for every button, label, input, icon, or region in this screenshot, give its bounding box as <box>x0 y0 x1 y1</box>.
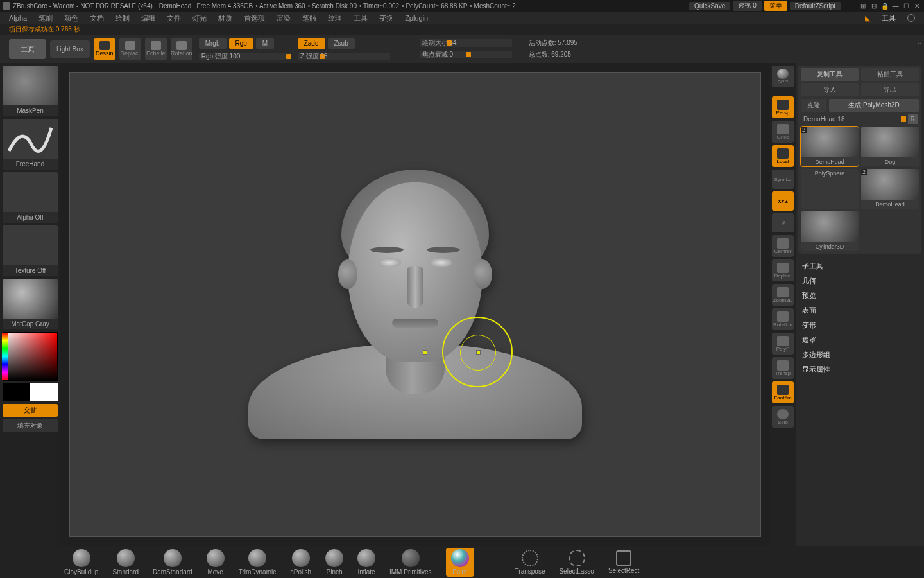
local-button[interactable]: Local <box>772 145 794 167</box>
material-selector[interactable]: MatCap Gray <box>3 279 58 329</box>
lock-icon[interactable]: 🔒 <box>880 3 889 10</box>
section-mask[interactable]: 遮罩 <box>802 335 918 345</box>
texture-selector[interactable]: Texture Off <box>3 225 58 276</box>
menu-document[interactable]: 文档 <box>90 13 104 23</box>
brush-claybuildup[interactable]: ClayBuildup <box>64 549 98 575</box>
tool-tile-cylinder[interactable]: Cylinder3D <box>801 211 859 251</box>
tool-tile-demohead2[interactable]: 2DemoHead <box>861 169 919 209</box>
draw-size-slider[interactable]: 绘制大小 64 <box>420 39 512 47</box>
export-button[interactable]: 导出 <box>861 83 919 96</box>
transp-button[interactable]: Transp <box>772 357 794 379</box>
draw-mode-button[interactable]: Dessin <box>94 38 116 60</box>
pan-button[interactable]: Deplac. <box>772 259 794 281</box>
brush-trimdynamic[interactable]: TrimDynamic <box>239 549 277 575</box>
fill-object-button[interactable]: 填充对象 <box>3 419 58 432</box>
section-surface[interactable]: 表面 <box>802 306 918 315</box>
axis-indicator[interactable]: ↺ <box>772 213 794 232</box>
menu-prefs[interactable]: 首选项 <box>244 13 265 23</box>
menu-render[interactable]: 渲染 <box>277 13 291 23</box>
menu-transform[interactable]: 变换 <box>379 13 393 23</box>
layout-btn-2[interactable]: ⊟ <box>869 3 878 10</box>
m-toggle[interactable]: M <box>256 38 274 49</box>
menu-color[interactable]: 颜色 <box>64 13 78 23</box>
layout-btn-1[interactable]: ⊞ <box>859 3 868 10</box>
bpr-button[interactable]: BPR <box>772 66 794 87</box>
menu-alpha[interactable]: Alpha <box>9 14 27 22</box>
stroke-selector[interactable]: FreeHand <box>3 119 58 170</box>
rotate-button[interactable]: Rotation <box>772 308 794 330</box>
brush-hpolish[interactable]: hPolish <box>290 549 311 575</box>
menu-tool[interactable]: 工具 <box>354 13 368 23</box>
menu-edit[interactable]: 编辑 <box>141 13 155 23</box>
z-intensity-slider[interactable]: Z 强度 25 <box>298 53 390 60</box>
zadd-toggle[interactable]: Zadd <box>298 38 325 49</box>
menu-texture[interactable]: 纹理 <box>328 13 342 23</box>
reload-icon[interactable] <box>907 14 915 22</box>
paste-tool-button[interactable]: 粘贴工具 <box>861 68 919 81</box>
section-geometry[interactable]: 几何 <box>802 276 918 286</box>
tool-transpose[interactable]: Transpose <box>515 550 545 575</box>
mrgb-toggle[interactable]: Mrgb <box>199 38 227 49</box>
rotate-mode-button[interactable]: Rotation <box>171 38 193 60</box>
section-deform[interactable]: 变形 <box>802 320 918 330</box>
tool-tile-polysphere[interactable]: PolySphere <box>801 169 859 209</box>
color-picker[interactable] <box>3 332 58 381</box>
tool-tile-demohead[interactable]: 2DemoHead <box>801 127 859 166</box>
clone-button[interactable]: 克隆 <box>801 99 826 112</box>
move-mode-button[interactable]: Deplac. <box>119 38 141 60</box>
menu-material[interactable]: 材质 <box>218 13 232 23</box>
brush-damstandard[interactable]: DamStandard <box>153 549 193 575</box>
brush-paint[interactable]: Paint <box>446 548 474 577</box>
brush-imm[interactable]: IMM Primitives <box>389 549 432 575</box>
rgb-intensity-slider[interactable]: Rgb 强度 100 <box>199 53 291 60</box>
close-button[interactable]: ✕ <box>912 3 921 10</box>
section-polygroups[interactable]: 多边形组 <box>802 350 918 360</box>
import-button[interactable]: 导入 <box>801 83 859 96</box>
menu-stroke[interactable]: 笔触 <box>302 13 316 23</box>
focal-shift-slider[interactable]: 焦点衰减 0 <box>420 51 512 58</box>
menu-brush[interactable]: 笔刷 <box>38 13 53 23</box>
tool-selectrect[interactable]: SelectRect <box>608 550 639 574</box>
tool-tile-dog[interactable]: Dog <box>861 127 919 166</box>
home-button[interactable]: 主页 <box>9 39 46 59</box>
view-slider[interactable]: 透视 0 <box>733 1 761 11</box>
section-display[interactable]: 显示属性 <box>802 365 918 374</box>
scale-mode-button[interactable]: Echelle <box>145 38 167 60</box>
tool-selectlasso[interactable]: SelectLasso <box>559 550 594 575</box>
zoom-button[interactable]: Zoom3D <box>772 284 794 306</box>
menu-file[interactable]: 文件 <box>167 13 181 23</box>
symlock-button[interactable]: Sym.Lo <box>772 170 794 189</box>
brush-selector[interactable]: MaskPen <box>3 66 58 116</box>
zsub-toggle[interactable]: Zsub <box>328 38 355 49</box>
color-swatches[interactable] <box>3 383 58 401</box>
make-polymesh-button[interactable]: 生成 PolyMesh3D <box>829 99 919 112</box>
tool-history-slider[interactable]: DemoHead 18R <box>801 114 919 124</box>
xyz-button[interactable]: XYZ <box>772 191 794 211</box>
brush-inflate[interactable]: Inflate <box>357 549 375 575</box>
minimize-button[interactable]: — <box>891 3 900 10</box>
menu-draw[interactable]: 绘制 <box>116 13 130 23</box>
zscript-button[interactable]: DefaultZScript <box>790 2 841 10</box>
section-preview[interactable]: 预览 <box>802 291 918 301</box>
brush-pinch[interactable]: Pinch <box>325 549 343 575</box>
viewport-canvas[interactable] <box>69 72 761 537</box>
menu-light[interactable]: 灯光 <box>193 13 207 23</box>
persp-button[interactable]: Persp <box>772 96 794 118</box>
rgb-toggle[interactable]: Rgb <box>229 38 253 49</box>
menu-zplugin[interactable]: Zplugin <box>405 14 428 22</box>
lightbox-button[interactable]: Light Box <box>50 40 90 58</box>
brush-move[interactable]: Move <box>207 549 225 575</box>
ghost-button[interactable]: Fantôm <box>772 381 794 403</box>
alpha-selector[interactable]: Alpha Off <box>3 172 58 223</box>
chevron-down-icon[interactable]: ⌵ <box>918 39 921 46</box>
frame-button[interactable]: Centrer <box>772 235 794 257</box>
menu-button[interactable]: 菜单 <box>764 1 787 11</box>
brush-standard[interactable]: Standard <box>112 549 139 575</box>
section-subtool[interactable]: 子工具 <box>802 261 918 271</box>
maximize-button[interactable]: ☐ <box>902 3 911 10</box>
grid-button[interactable]: Grille <box>772 121 794 143</box>
panel-pin-icon[interactable]: ◣ <box>865 14 870 22</box>
polyframe-button[interactable]: PolyF <box>772 333 794 355</box>
quicksave-button[interactable]: QuickSave <box>689 2 730 10</box>
swap-colors-button[interactable]: 交替 <box>3 404 58 417</box>
